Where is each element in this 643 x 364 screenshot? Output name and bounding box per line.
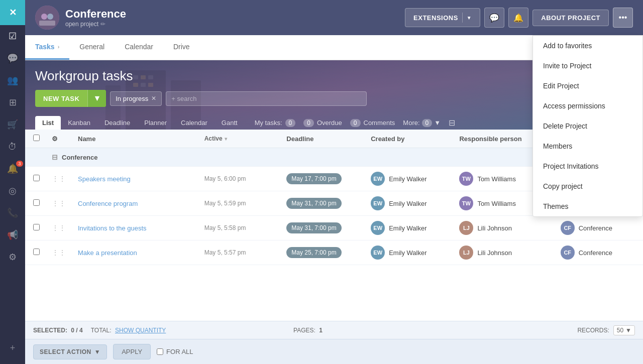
notification-button[interactable]: 🔔	[508, 8, 528, 28]
new-task-dropdown-icon[interactable]: ▼	[87, 90, 106, 107]
row-handle-cell: ⋮⋮	[46, 240, 72, 265]
select-all-checkbox[interactable]	[33, 135, 40, 141]
pages-info: PAGES: 1	[293, 327, 323, 334]
view-options-icon[interactable]: ⊟	[449, 118, 455, 128]
table-row: ⋮⋮ Invitations to the guests May 5, 5:58…	[25, 216, 643, 240]
avatar: EW	[371, 221, 385, 235]
view-tab-deadline[interactable]: Deadline	[97, 116, 137, 130]
alert-badge: 3	[16, 161, 23, 167]
task-name-link[interactable]: Invitations to the guests	[78, 224, 147, 232]
tab-general[interactable]: General	[69, 35, 115, 60]
row-name-cell: Invitations to the guests	[72, 216, 198, 240]
view-tab-gantt[interactable]: Gantt	[215, 116, 245, 130]
new-task-button[interactable]: NEW TASK ▼	[35, 90, 106, 107]
view-tab-kanban[interactable]: Kanban	[61, 116, 97, 130]
sidebar-item-grid[interactable]: ⊞	[0, 91, 25, 113]
records-per-page-select[interactable]: 50 ▼	[613, 325, 635, 335]
group-collapse-icon[interactable]: ⊟	[52, 153, 58, 161]
for-all-checkbox[interactable]	[157, 348, 163, 355]
settings-icon: ⚙	[52, 135, 58, 143]
menu-item-add-favorites[interactable]: Add to favorites	[533, 36, 642, 56]
settings-header[interactable]: ⚙	[46, 130, 72, 148]
view-tab-calendar[interactable]: Calendar	[174, 116, 215, 130]
row-handle-cell: ⋮⋮	[46, 191, 72, 216]
menu-item-members[interactable]: Members	[533, 136, 642, 156]
total-label: TOTAL: SHOW QUANTITY	[91, 327, 166, 334]
row-checkbox[interactable]	[33, 224, 40, 230]
search-bar[interactable]: + search	[166, 91, 367, 106]
row-checkbox[interactable]	[33, 175, 40, 181]
sidebar-item-alert[interactable]: 🔔 3	[0, 158, 25, 180]
created-by-name: Emily Walker	[389, 175, 426, 183]
sidebar-close-button[interactable]: ✕	[0, 0, 25, 25]
drag-handle-icon[interactable]: ⋮⋮	[52, 249, 66, 257]
project-header: Conference open project ✏ EXTENSIONS ▼ 💬…	[25, 0, 643, 35]
row-checkbox[interactable]	[33, 199, 40, 206]
menu-item-invite-project[interactable]: Invite to Project	[533, 56, 642, 76]
for-all-checkbox-label[interactable]: FOR ALL	[157, 348, 193, 355]
view-tab-planner[interactable]: Planner	[137, 116, 174, 130]
task-name-link[interactable]: Conference program	[78, 200, 138, 207]
row-project-cell: CF Conference	[555, 240, 643, 265]
extensions-button[interactable]: EXTENSIONS ▼	[405, 8, 480, 27]
row-deadline-cell: May 31, 7:00 pm	[280, 191, 365, 216]
sidebar-item-phone[interactable]: 📞	[0, 202, 25, 224]
group-checkbox-cell	[25, 148, 46, 167]
project-name: Conference	[579, 249, 612, 257]
ellipsis-icon: •••	[619, 13, 627, 22]
deadline-header: Deadline	[280, 130, 365, 148]
comments-filter[interactable]: 0 Comments	[350, 119, 395, 127]
select-all-header[interactable]	[25, 130, 46, 148]
select-action-button[interactable]: SELECT ACTION ▼	[33, 344, 107, 359]
filter-close-icon[interactable]: ✕	[151, 95, 156, 102]
row-checkbox-cell	[25, 167, 46, 191]
drag-handle-icon[interactable]: ⋮⋮	[52, 199, 66, 207]
show-quantity-link[interactable]: SHOW QUANTITY	[115, 327, 166, 334]
view-tab-list[interactable]: List	[35, 116, 61, 130]
row-created-cell: EW Emily Walker	[365, 191, 453, 216]
apply-button[interactable]: APPLY	[113, 344, 151, 359]
menu-item-edit-project[interactable]: Edit Project	[533, 76, 642, 96]
sidebar-item-tasks[interactable]: ☑	[0, 25, 25, 47]
row-handle-cell: ⋮⋮	[46, 167, 72, 191]
task-name-link[interactable]: Make a presentation	[78, 249, 137, 257]
avatar: CF	[561, 246, 575, 260]
tab-calendar[interactable]: Calendar	[115, 35, 163, 60]
sidebar-item-add[interactable]: +	[0, 337, 25, 359]
group-name-label: Conference	[62, 154, 98, 161]
responsible-name: Tom Williams	[477, 175, 516, 183]
tab-drive[interactable]: Drive	[163, 35, 200, 60]
row-deadline-cell: May 31, 7:00 pm	[280, 216, 365, 240]
sidebar-item-cart[interactable]: 🛒	[0, 113, 25, 136]
menu-item-copy-project[interactable]: Copy project	[533, 176, 642, 196]
sidebar-item-settings[interactable]: ⚙	[0, 246, 25, 268]
task-name-link[interactable]: Speakers meeting	[78, 175, 131, 183]
chevron-down-icon: ▼	[94, 348, 100, 355]
row-checkbox[interactable]	[33, 249, 40, 255]
sidebar-item-volume[interactable]: 📢	[0, 224, 25, 246]
menu-item-delete-project[interactable]: Delete Project	[533, 116, 642, 136]
menu-item-access-permissions[interactable]: Access permissions	[533, 96, 642, 116]
drag-handle-icon[interactable]: ⋮⋮	[52, 224, 66, 232]
sidebar-item-clock[interactable]: ⏱	[0, 136, 25, 158]
menu-item-themes[interactable]: Themes	[533, 196, 642, 216]
deadline-badge: May 31, 7:00 pm	[286, 222, 341, 233]
active-header[interactable]: Active ▾	[198, 130, 281, 148]
tab-tasks[interactable]: Tasks ›	[25, 35, 69, 60]
drag-handle-icon[interactable]: ⋮⋮	[52, 175, 66, 183]
chat-button[interactable]: 💬	[484, 8, 504, 28]
about-project-button[interactable]: ABOUT PROJECT	[532, 10, 609, 26]
in-progress-filter[interactable]: In progress ✕	[110, 91, 162, 106]
sidebar-item-chat[interactable]: 💬	[0, 47, 25, 69]
edit-icon[interactable]: ✏	[100, 21, 105, 28]
created-by-name: Emily Walker	[389, 224, 426, 232]
more-filters[interactable]: More: 0 ▼	[403, 119, 441, 127]
menu-item-project-invitations[interactable]: Project Invitations	[533, 156, 642, 176]
users-icon: 👥	[7, 75, 18, 86]
more-options-button[interactable]: •••	[613, 8, 633, 28]
responsible-name: Tom Williams	[477, 200, 516, 207]
overdue-filter[interactable]: 0 Overdue	[303, 119, 342, 127]
my-tasks-filter[interactable]: My tasks: 0	[255, 119, 296, 127]
sidebar-item-target[interactable]: ◎	[0, 180, 25, 202]
sidebar-item-users[interactable]: 👥	[0, 69, 25, 91]
